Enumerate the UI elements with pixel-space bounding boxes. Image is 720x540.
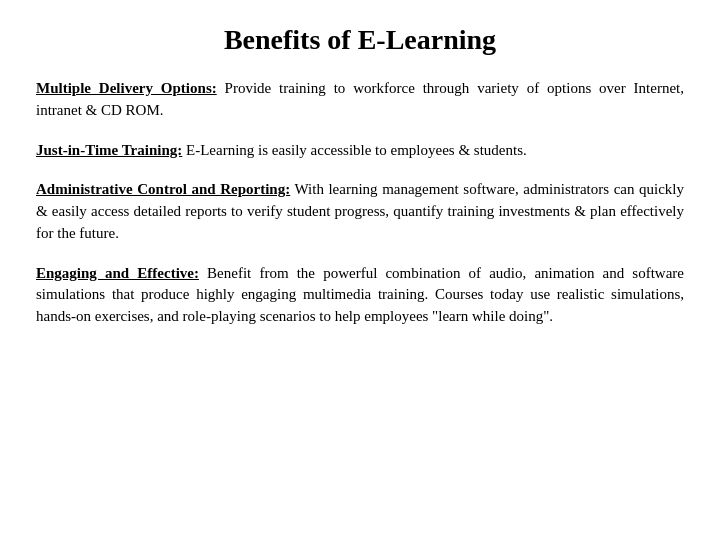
page-title: Benefits of E-Learning bbox=[36, 24, 684, 56]
section-engaging: Engaging and Effective: Benefit from the… bbox=[36, 263, 684, 328]
section-multiple-delivery: Multiple Delivery Options: Provide train… bbox=[36, 78, 684, 122]
page-container: Benefits of E-Learning Multiple Delivery… bbox=[0, 0, 720, 540]
section-text-just-in-time: E-Learning is easily accessible to emplo… bbox=[182, 142, 527, 158]
section-admin-control: Administrative Control and Reporting: Wi… bbox=[36, 179, 684, 244]
section-label-multiple-delivery: Multiple Delivery Options: bbox=[36, 80, 217, 96]
section-label-just-in-time: Just-in-Time Training: bbox=[36, 142, 182, 158]
section-label-admin-control: Administrative Control and Reporting: bbox=[36, 181, 290, 197]
section-just-in-time: Just-in-Time Training: E-Learning is eas… bbox=[36, 140, 684, 162]
section-label-engaging: Engaging and Effective: bbox=[36, 265, 199, 281]
